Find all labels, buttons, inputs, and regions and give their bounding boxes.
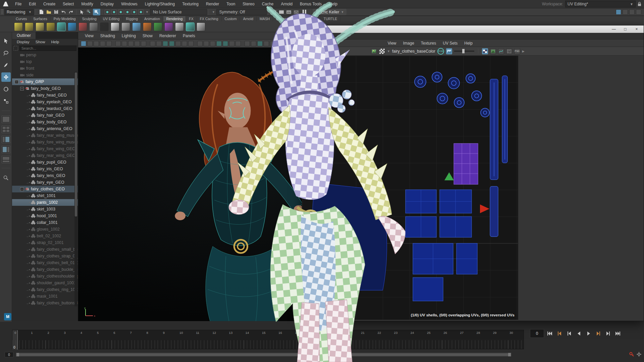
outliner-item-fairy_eyelash_GEO[interactable]: →•fairy_eyelash_GEO [12,99,78,105]
redo-button[interactable] [67,9,74,15]
viewport-toolbar-icon[interactable] [169,41,174,46]
go-to-end-button[interactable] [614,329,622,338]
shelf-icon[interactable] [46,22,55,31]
outliner-item-top[interactable]: top [12,58,78,65]
snap-to-grid-icon[interactable] [105,9,110,15]
snap-to-point-icon[interactable] [118,9,123,15]
menu-create[interactable]: Create [40,0,59,8]
shelf-icon[interactable] [68,22,76,31]
outliner-item-strap_02_1001[interactable]: →•strap_02_1001 [12,239,78,246]
viewport-toolbar-icon[interactable] [188,41,194,46]
outliner-item-fairy_lens_GEO[interactable]: →•fairy_lens_GEO [12,172,78,179]
outliner-item-fairy_clothes_ring_1001[interactable]: →•fairy_clothes_ring_1001 [12,286,78,293]
chevron-right-icon[interactable]: ▶ [522,50,525,53]
shelf-icon[interactable] [78,22,87,31]
save-scene-button[interactable] [52,9,60,15]
menu-stereo[interactable]: Stereo [239,0,258,8]
outliner-item-side[interactable]: side [12,72,78,78]
viewport-menu-shading[interactable]: Shading [97,34,118,38]
scale-tool[interactable] [1,97,11,106]
maximize-button[interactable]: □ [620,26,630,32]
checker-map-swatch[interactable] [379,48,385,54]
viewport-toolbar-icon[interactable] [100,41,105,46]
menu-windows[interactable]: Windows [117,0,141,8]
chevron-down-icon[interactable]: ▼ [212,10,215,14]
shelf-tab-turtle[interactable]: TURTLE [321,16,341,21]
viewport-toolbar-icon[interactable] [182,41,187,46]
play-backwards-button[interactable] [575,329,583,338]
outliner-item-fairy_rear_wing_GEO[interactable]: →•fairy_rear_wing_GEO [12,152,78,159]
go-to-start-button[interactable] [546,329,554,338]
menu-toon[interactable]: Toon [223,0,239,8]
shelf-icon[interactable] [186,22,195,31]
make-live-icon[interactable] [138,9,144,15]
filter-icon[interactable] [13,46,18,51]
outliner-item-fairy_clothes_small_belt_1002[interactable]: →•fairy_clothes_small_belt_1002 [12,246,78,253]
range-start-field[interactable]: 0 [5,352,13,357]
shelf-tab-arnold[interactable]: Arnold [240,16,257,21]
viewport-toolbar-icon[interactable] [122,41,127,46]
lock-icon[interactable] [638,2,641,6]
outliner-item-fairy_hair_GEO[interactable]: →•fairy_hair_GEO [12,112,78,119]
outliner-item-fairy_clothes_strap_01_1001[interactable]: →•fairy_clothes_strap_01_1001 [12,253,78,259]
menu-modify[interactable]: Modify [77,0,97,8]
expand-collapse-toggle[interactable]: − [20,187,24,191]
select-hierarchy-button[interactable] [86,9,93,15]
shelf-icon[interactable] [197,22,205,31]
shelf-tab-sculpting[interactable]: Sculpting [79,16,100,21]
viewport-toolbar-icon[interactable] [223,41,228,46]
viewport-toolbar-icon[interactable] [163,41,168,46]
uv-menu-textures[interactable]: Textures [418,41,439,46]
previous-frame-button[interactable] [565,329,573,338]
checker-display-toggle[interactable] [482,48,488,54]
viewport-toolbar-icon[interactable] [135,41,140,46]
three-pane-layout-icon[interactable] [636,9,641,15]
outliner-item-fairy_head_GEO[interactable]: →•fairy_head_GEO [12,92,78,99]
outliner-item-persp[interactable]: persp [12,52,78,58]
uv-menu-edit[interactable]: Edit [304,41,318,46]
uv-menu-help[interactable]: Help [461,41,476,46]
animation-preferences-icon[interactable] [637,352,641,357]
outliner-item-fairy_clothes_buttons_GEO[interactable]: →•fairy_clothes_buttons_GEO [12,300,78,306]
outliner-item-fairy_pupil_GEO[interactable]: →•fairy_pupil_GEO [12,159,78,166]
outliner-item-pants_1002[interactable]: →•pants_1002 [12,199,78,206]
menu-help[interactable]: Help [325,0,341,8]
shelf-tab-curves[interactable]: Curves [13,16,30,21]
grip-handle[interactable] [1,9,3,15]
lasso-tool[interactable] [1,48,11,58]
image-dim-slider[interactable] [454,51,474,52]
render-current-frame-icon[interactable] [278,9,285,15]
chevron-down-icon[interactable]: ▼ [387,50,390,53]
previous-key-button[interactable] [555,329,564,338]
viewport-toolbar-icon[interactable] [251,41,256,46]
play-forwards-button[interactable] [585,329,593,338]
outliner-item-fairy_clothes_buckle_1002[interactable]: →•fairy_clothes_buckle_1002 [12,266,78,273]
search-input[interactable] [19,46,76,51]
live-surface-field[interactable]: No Live Surface [150,9,207,15]
outliner-item-collar_1001[interactable]: →•collar_1001 [12,219,78,226]
menu-file[interactable]: File [11,0,25,8]
menuset-dropdown[interactable]: Rendering ▼ [4,9,34,15]
outliner-item-hood_1001[interactable]: →•hood_1001 [12,213,78,219]
outliner-item-skirt_1003[interactable]: →•skirt_1003 [12,206,78,213]
viewport-toolbar-icon[interactable] [216,41,222,46]
shelf-icon[interactable] [89,22,98,31]
menu-display[interactable]: Display [97,0,117,8]
next-key-button[interactable] [594,329,602,338]
viewport-toolbar-icon[interactable] [229,41,234,46]
shelf-tab-rigging[interactable]: Rigging [123,16,141,21]
persp-uv-layout-button[interactable] [2,146,10,153]
outliner-item-fairy_iris_GEO[interactable]: →•fairy_iris_GEO [12,166,78,172]
render-settings-icon[interactable] [292,9,300,15]
viewport-toolbar-icon[interactable] [81,41,86,46]
open-scene-button[interactable] [45,9,52,15]
shelf-tab-surfaces[interactable]: Surfaces [30,16,50,21]
outliner-item-fairy_eye_GEO[interactable]: →•fairy_eye_GEO [12,179,78,186]
single-perspective-layout-button[interactable] [2,116,10,123]
persp-outliner-layout-button[interactable] [2,136,10,143]
symmetry-field[interactable]: Symmetry: Off [216,9,267,15]
move-tool[interactable] [1,72,11,82]
viewport-menu-lighting[interactable]: Lighting [118,34,139,38]
outliner-menu-show[interactable]: Show [33,40,48,44]
outliner-item-fairy_clothes_GEO[interactable]: −fairy_clothes_GEO [12,186,78,192]
